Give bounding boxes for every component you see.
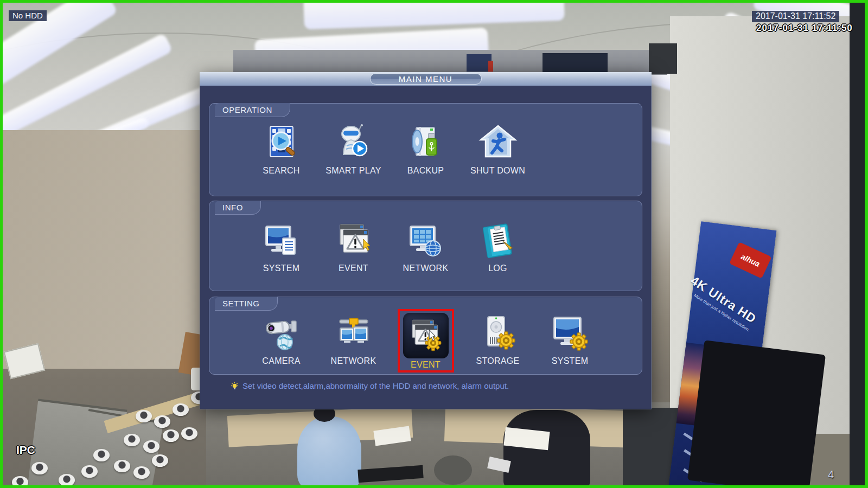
section-info: INFO <box>209 201 642 291</box>
dvr-screen: alhua 4K Ultra HD More than just a highe… <box>0 0 868 488</box>
hint-row: Set video detect,alarm,abnormality of th… <box>231 381 509 390</box>
section-operation: OPERATION <box>209 103 642 196</box>
camera-dome <box>31 462 48 474</box>
camera-dome <box>136 410 152 422</box>
channel-number: 4 <box>828 468 834 481</box>
camera-dome <box>152 454 168 467</box>
disc-usb-icon <box>405 123 446 164</box>
frame-border-top <box>0 0 868 3</box>
section-operation-label: OPERATION <box>215 103 290 117</box>
menu-item-label: LOG <box>488 264 507 273</box>
robot-play-icon <box>333 123 374 164</box>
wall-item <box>542 53 608 73</box>
menu-item-label: SMART PLAY <box>326 166 381 176</box>
menu-item-label: SHUT DOWN <box>470 166 525 176</box>
dahua-logo-text: alhua <box>739 252 761 268</box>
main-menu-titlebar: MAIN MENU <box>200 72 652 86</box>
menu-item-label: STORAGE <box>476 356 519 366</box>
camera-dome <box>173 403 189 416</box>
window-alert-gear-icon <box>407 317 444 354</box>
menu-item-setting-camera[interactable]: CAMERA <box>245 313 317 373</box>
camera-timestamp: 2017-01-31 17:11:50 <box>756 23 853 34</box>
camera-dome <box>124 434 140 446</box>
desk-items <box>434 455 472 485</box>
menu-item-info-log[interactable]: LOG <box>462 221 534 273</box>
main-menu-title: MAIN MENU <box>370 73 482 85</box>
ceiling-light <box>303 0 565 29</box>
menu-item-label: EVENT <box>339 264 368 273</box>
camera-dome <box>163 429 179 442</box>
menu-item-backup[interactable]: BACKUP <box>390 123 462 176</box>
camera-dome <box>154 415 170 428</box>
menu-item-smart-play[interactable]: SMART PLAY <box>317 123 390 176</box>
wall-item-red <box>488 61 493 72</box>
monitor-globe-icon <box>405 221 446 262</box>
camera-dome <box>143 440 159 453</box>
house-run-icon <box>477 123 519 164</box>
main-menu-dialog: MAIN MENU OPERATION <box>200 72 652 409</box>
door-frame <box>649 43 677 74</box>
system-timestamp: 2017-01-31 17:11:52 <box>752 11 839 22</box>
menu-item-label: SYSTEM <box>552 356 589 366</box>
frame-border-bottom <box>0 485 868 488</box>
film-search-icon <box>261 123 302 164</box>
menu-item-info-network[interactable]: NETWORK <box>390 221 462 273</box>
hint-bulb-icon <box>231 382 239 390</box>
menu-item-setting-system[interactable]: SYSTEM <box>534 313 606 373</box>
monitor-document-icon <box>261 221 302 262</box>
menu-item-search[interactable]: SEARCH <box>245 123 317 176</box>
no-hdd-badge: No HDD <box>9 10 47 21</box>
selected-item-tile <box>403 313 449 358</box>
menu-item-label: CAMERA <box>262 356 300 366</box>
monitor-gear-icon <box>550 313 591 355</box>
menu-item-setting-event[interactable]: EVENT <box>390 313 462 373</box>
menu-item-label: NETWORK <box>331 356 376 366</box>
camera-dome <box>81 465 98 478</box>
section-setting-label: SETTING <box>215 297 278 311</box>
menu-item-setting-storage[interactable]: STORAGE <box>462 313 534 373</box>
tv-display <box>687 340 826 488</box>
section-info-label: INFO <box>215 201 261 215</box>
clipboard-pencil-icon <box>477 221 519 262</box>
camera-dome <box>181 427 197 440</box>
dual-monitor-link-icon <box>333 313 374 355</box>
menu-item-label: EVENT <box>411 360 441 370</box>
bullet-camera-globe-icon <box>261 313 302 355</box>
main-menu-body: OPERATION <box>200 86 652 409</box>
menu-item-info-system[interactable]: SYSTEM <box>245 221 317 273</box>
camera-dome <box>133 466 150 479</box>
camera-dome <box>114 460 130 472</box>
menu-item-label: SEARCH <box>263 166 299 176</box>
menu-item-setting-network[interactable]: NETWORK <box>317 313 390 373</box>
frame-border-left <box>0 0 3 488</box>
selection-highlight-box: EVENT <box>398 309 454 373</box>
menu-item-label: SYSTEM <box>263 264 300 273</box>
menu-item-label: NETWORK <box>403 264 449 273</box>
hdd-gear-icon <box>477 313 519 355</box>
hint-text: Set video detect,alarm,abnormality of th… <box>242 381 509 390</box>
camera-dome <box>59 474 75 486</box>
camera-name-label: IPC <box>16 444 35 457</box>
dahua-logo: alhua <box>729 242 771 279</box>
banner-title: 4K Ultra HD <box>688 273 764 330</box>
section-setting: SETTING <box>209 297 642 375</box>
person-shirt <box>297 416 361 488</box>
window-alert-icon <box>333 221 374 262</box>
menu-item-label: BACKUP <box>407 166 444 176</box>
menu-item-shut-down[interactable]: SHUT DOWN <box>462 123 534 176</box>
camera-dome <box>93 449 110 461</box>
frame-border-right <box>865 0 868 488</box>
menu-item-info-event[interactable]: EVENT <box>317 221 390 273</box>
